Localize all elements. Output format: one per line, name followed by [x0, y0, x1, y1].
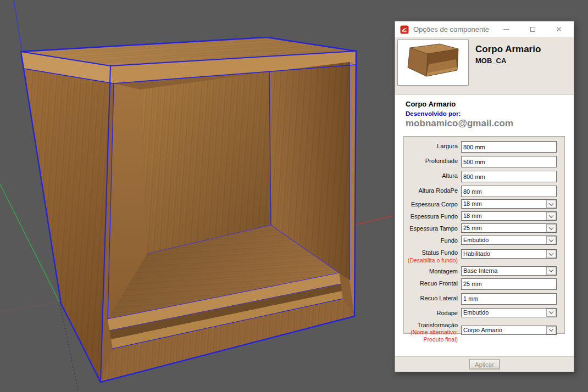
form-row-altura: Altura	[407, 171, 561, 182]
form-row-altura-rodape: Altura RodaPe	[407, 186, 561, 197]
chevron-down-icon	[549, 268, 553, 272]
maximize-button[interactable]	[523, 23, 542, 37]
combo-dropdown-button[interactable]	[546, 250, 556, 258]
rodape-select[interactable]: Embutido	[461, 308, 557, 317]
minimize-icon	[503, 29, 509, 30]
component-header-text: Corpo Armario MOB_CA	[475, 40, 541, 94]
developed-by-label: Desenvolvido por:	[406, 110, 574, 117]
chevron-down-icon	[549, 310, 553, 314]
cabinet-back-panel-grain	[140, 72, 271, 254]
component-options-dialog: Opções de componente ✕	[395, 21, 574, 372]
field-label: Recuo Frontal	[407, 278, 461, 287]
espessura-corpo-select[interactable]: 18 mm	[461, 199, 557, 209]
component-thumbnail	[397, 40, 469, 86]
close-icon: ✕	[556, 26, 562, 33]
selected-value: 18 mm	[462, 200, 546, 208]
field-label: Altura	[407, 171, 461, 180]
altura-input[interactable]	[461, 171, 557, 182]
form-row-profundiade: Profundiade	[407, 156, 561, 167]
combo-dropdown-button[interactable]	[546, 224, 556, 232]
chevron-down-icon	[549, 251, 553, 255]
altura-rodape-input[interactable]	[461, 186, 557, 197]
field-sublabel: (Nome alternativo:	[407, 329, 458, 335]
field-sublabel: (Desabilita o fundo)	[407, 257, 458, 264]
thumbnail-cabinet-image	[398, 40, 468, 85]
profundiade-input[interactable]	[461, 156, 557, 167]
field-sublabel-2: Produto final)	[407, 336, 458, 343]
field-label: Espessura Fundo	[407, 211, 461, 220]
form-row-espessura-tampo: Espessura Tampo 25 mm	[407, 223, 561, 233]
combo-dropdown-button[interactable]	[546, 326, 556, 334]
chevron-down-icon	[549, 237, 553, 242]
component-header: Corpo Armario MOB_CA	[395, 38, 574, 95]
form-row-espessura-corpo: Espessura Corpo 18 mm	[407, 199, 561, 209]
form-row-montagem: Montagem Base Interna	[407, 266, 561, 276]
apply-button[interactable]: Aplicar	[469, 359, 500, 369]
status-fundo-select[interactable]: Habilitado	[461, 249, 557, 259]
recuo-lateral-input[interactable]	[461, 293, 557, 305]
largura-input[interactable]	[461, 141, 557, 153]
selected-value: Embutido	[462, 236, 546, 244]
minimize-button[interactable]	[497, 23, 515, 37]
form-row-status-fundo: Status Fundo(Desabilita o fundo) Habilit…	[407, 248, 561, 264]
axis-red-negative-dotted	[0, 302, 59, 312]
combo-dropdown-button[interactable]	[546, 200, 556, 208]
field-label: Altura RodaPe	[407, 186, 461, 194]
dialog-titlebar[interactable]: Opções de componente ✕	[395, 21, 574, 38]
field-label: Fundo	[407, 236, 461, 244]
field-label: Montagem	[407, 266, 461, 275]
form-row-largura: Largura	[407, 141, 561, 153]
selected-value: Corpo Armario	[462, 326, 546, 334]
fundo-select[interactable]: Embutido	[461, 236, 557, 245]
maximize-icon	[530, 27, 535, 32]
recuo-frontal-input[interactable]	[461, 278, 557, 290]
sketchup-logo-icon	[400, 25, 409, 34]
selected-value: 18 mm	[462, 212, 546, 220]
component-code: MOB_CA	[475, 57, 541, 65]
selected-value: Base Interna	[462, 267, 546, 275]
field-label: Transformação(Nome alternativo:Produto f…	[407, 320, 461, 343]
cabinet-3d-model[interactable]	[21, 37, 356, 382]
chevron-down-icon	[549, 213, 553, 217]
field-label: Espessura Tampo	[407, 223, 461, 232]
axis-blue-line	[14, 0, 22, 52]
montagem-select[interactable]: Base Interna	[461, 266, 557, 276]
espessura-fundo-select[interactable]: 18 mm	[461, 211, 557, 221]
form-row-fundo: Fundo Embutido	[407, 236, 561, 245]
form-row-recuo-lateral: Recuo Lateral	[407, 293, 561, 305]
form-row-transformacao: Transformação(Nome alternativo:Produto f…	[407, 320, 561, 343]
close-button[interactable]: ✕	[550, 23, 568, 37]
chevron-down-icon	[549, 327, 553, 332]
field-label: Largura	[407, 141, 461, 150]
selected-value: Habilitado	[462, 250, 546, 258]
selected-value: Embutido	[462, 309, 546, 317]
chevron-down-icon	[549, 201, 553, 205]
field-label: Espessura Corpo	[407, 199, 461, 208]
component-name-heading: Corpo Armario	[475, 44, 541, 55]
cabinet-left-side-grain	[21, 52, 110, 382]
field-label: Profundiade	[407, 156, 461, 165]
chevron-down-icon	[549, 225, 553, 229]
transformacao-select[interactable]: Corpo Armario	[461, 326, 557, 335]
field-label: Rodape	[407, 308, 461, 317]
form-row-espessura-fundo: Espessura Fundo 18 mm	[407, 211, 561, 221]
combo-dropdown-button[interactable]	[546, 309, 556, 317]
dialog-body: Corpo Armario Desenvolvido por: mobnamic…	[395, 95, 574, 356]
form-row-rodape: Rodape Embutido	[407, 308, 561, 317]
window-controls: ✕	[489, 23, 568, 37]
dialog-title: Opções de componente	[413, 25, 489, 33]
combo-dropdown-button[interactable]	[546, 236, 556, 244]
field-label: Recuo Lateral	[407, 293, 461, 302]
form-row-recuo-frontal: Recuo Frontal	[407, 278, 561, 290]
combo-dropdown-button[interactable]	[546, 267, 556, 275]
info-component-name: Corpo Armario	[406, 100, 574, 108]
field-label: Status Fundo(Desabilita o fundo)	[407, 248, 461, 264]
dialog-footer: Aplicar	[395, 356, 574, 372]
espessura-tampo-select[interactable]: 25 mm	[461, 223, 557, 233]
selected-value: 25 mm	[462, 224, 546, 232]
combo-dropdown-button[interactable]	[546, 212, 556, 220]
parameters-form: Largura Profundiade Altura Altura RodaPe…	[403, 136, 565, 334]
developer-email: mobnamico@gmail.com	[406, 118, 574, 129]
